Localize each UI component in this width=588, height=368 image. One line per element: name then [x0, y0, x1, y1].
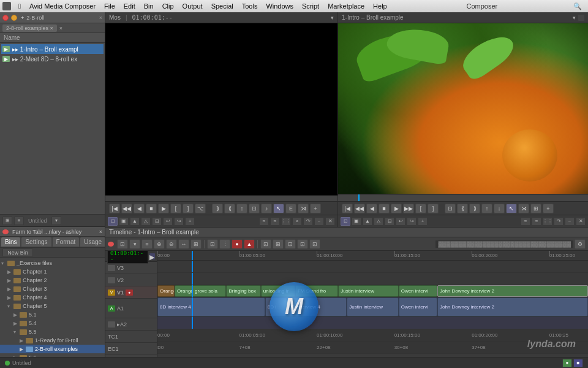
btn-rew[interactable]: ⟪	[224, 204, 235, 213]
tl-btn-zoom-in[interactable]: ⊕	[154, 239, 165, 249]
ctrl-b1[interactable]: ≈	[270, 217, 280, 226]
tl-btn-e[interactable]: ⊞	[273, 239, 284, 249]
ctrl-add-edit[interactable]: +	[185, 217, 195, 226]
rec-btn-r3[interactable]: ⟫	[469, 204, 480, 213]
menu-file[interactable]: File	[100, 2, 119, 10]
rec-btn-r1[interactable]: ⊡	[445, 204, 456, 213]
ctrl-splice[interactable]: ⊡	[108, 217, 118, 226]
rec-btn-r2[interactable]: ⟪	[457, 204, 468, 213]
rec-ctrl-5[interactable]: ⊟	[385, 217, 394, 226]
btn-cursor[interactable]: ↖	[273, 204, 284, 213]
btn-step-fwd[interactable]: [	[170, 204, 181, 213]
clip-8d-a1[interactable]: 8D interview 4	[157, 297, 265, 316]
clip-box[interactable]: Bringing box	[226, 285, 260, 297]
rec-btn-mark-out[interactable]: ]	[428, 204, 439, 213]
tl-btn-zoom-out[interactable]: ⊖	[166, 239, 177, 249]
tree-item-ready-broll[interactable]: ▶ 1-Ready for B-roll	[0, 336, 105, 345]
rec-ctrl-d[interactable]: ↷	[554, 217, 564, 226]
rec-ctrl-1[interactable]: ⊡	[341, 217, 350, 226]
btn-e[interactable]: E	[285, 204, 296, 213]
rec-btn-play[interactable]: ▶	[391, 204, 402, 213]
tree-item-ch3[interactable]: ▶ Chapter 3	[0, 285, 105, 293]
menu-help[interactable]: Help	[369, 2, 391, 10]
ctrl-minus[interactable]: −	[314, 217, 324, 226]
tl-close-btn[interactable]	[108, 242, 114, 247]
tree-item-ch1[interactable]: ▶ Chapter 1	[0, 267, 105, 276]
clip-grove[interactable]: Orange grove sola	[175, 285, 226, 297]
rec-btn-cursor[interactable]: ↖	[506, 204, 517, 213]
ctrl-fast-fwd[interactable]: »	[292, 217, 302, 226]
clip-owen-v1[interactable]: Owen intervi	[399, 285, 437, 297]
clip-justin-a1[interactable]: Justin interview	[347, 297, 398, 316]
rec-ctrl-2[interactable]: ▣	[352, 217, 361, 226]
btn-stop[interactable]: ■	[146, 204, 157, 213]
bin-tab-format[interactable]: Format	[53, 237, 80, 247]
clip-owen-a1[interactable]: Owen intervi	[399, 297, 437, 316]
btn-sync[interactable]: ↕	[236, 204, 247, 213]
search-icon[interactable]: 🔍	[573, 2, 582, 10]
rec-ctrl-undo[interactable]: ↩	[396, 217, 405, 226]
btn-play[interactable]: ▶	[158, 204, 169, 213]
btn-tc[interactable]: ⊡	[249, 204, 260, 213]
v1-rec[interactable]: ●	[126, 289, 133, 296]
rec-ctrl-minus[interactable]: −	[565, 217, 575, 226]
source-dropdown[interactable]: ▾	[331, 15, 334, 21]
rec-ctrl-add[interactable]: +	[418, 217, 428, 226]
file-item-2[interactable]: ▶ ▸▸ 2-Meet 8D – 8-roll ex	[1, 54, 104, 64]
rec-ctrl-exit[interactable]: ✕	[576, 217, 586, 226]
tl-btn-fit[interactable]: ↔	[178, 239, 189, 249]
source-scrubber[interactable]	[105, 195, 337, 201]
rec-ctrl-b[interactable]: ≈	[532, 217, 541, 226]
btn-vol[interactable]: ♪	[261, 204, 272, 213]
rec-btn-step-fwd2[interactable]: ▶▶	[403, 204, 414, 213]
rec-btn-slow-back[interactable]: ◀	[366, 204, 377, 213]
ctrl-slow-play[interactable]: ⋮⋮	[281, 217, 291, 226]
bin-tab-settings[interactable]: Settings	[21, 237, 51, 247]
rec-btn-mark-in[interactable]: [	[415, 204, 426, 213]
tl-btn-b[interactable]: ⋮	[219, 239, 230, 249]
bin-panel-menu[interactable]: ×	[99, 229, 102, 235]
menu-special[interactable]: Special	[208, 2, 237, 10]
btn-ff[interactable]: ⟫	[212, 204, 223, 213]
grid-btn[interactable]: ⊞	[2, 217, 12, 225]
tl-btn-d[interactable]: ⊡	[260, 239, 271, 249]
rec-ctrl-4[interactable]: △	[374, 217, 383, 226]
menu-script[interactable]: Script	[298, 2, 323, 10]
tl-btn-add-audio[interactable]: ●	[232, 239, 243, 249]
btn-play-back[interactable]: ◀	[134, 204, 145, 213]
status-btn1[interactable]: ●	[562, 359, 572, 367]
ctrl-mark-clip[interactable]: ⊟	[152, 217, 162, 226]
menu-windows[interactable]: Windows	[262, 2, 297, 10]
panel-x-btn[interactable]: ×	[59, 25, 62, 31]
new-bin-btn[interactable]: New Bin	[2, 248, 33, 257]
tl-btn-menu[interactable]: ≡	[141, 239, 153, 249]
rec-btn-r5[interactable]: ↓	[494, 204, 505, 213]
rec-btn-stop[interactable]: ■	[379, 204, 390, 213]
tl-scrollbar[interactable]: ▓▓▓▓▓▓▓▓▓▓▓▓▓▓▓▓▓▓▓▓▓▓▓▓▓▓▓▓▓▓▓▓▓	[435, 240, 573, 248]
tree-item-broll-ex[interactable]: ▶ 2-B-roll examples	[0, 345, 105, 353]
tree-item-51[interactable]: ▶ 5.1	[0, 310, 105, 319]
v1-enable[interactable]: V	[108, 289, 115, 296]
project-panel-close[interactable]: ×	[99, 15, 102, 21]
tree-item-ch5[interactable]: ▾ Chapter 5	[0, 302, 105, 310]
a1-enable[interactable]: A	[108, 305, 115, 312]
ctrl-2x[interactable]: ↷	[303, 217, 313, 226]
menu-apple[interactable]: 	[15, 2, 24, 10]
record-scrubber[interactable]	[338, 194, 588, 201]
tl-btn-1[interactable]: ⊡	[117, 239, 128, 249]
tl-btn-g[interactable]: ⊡	[297, 239, 308, 249]
tree-item-root[interactable]: ▾ _Exercise files	[0, 259, 105, 267]
ctrl-undo[interactable]: ↩	[163, 217, 173, 226]
menu-marketplace[interactable]: Marketplace	[324, 2, 368, 10]
tl-btn-f[interactable]: ⊡	[285, 239, 296, 249]
tl-btn-snap[interactable]: ⊞	[190, 239, 202, 249]
tl-btn-2[interactable]: ▾	[129, 239, 140, 249]
ctrl-lift[interactable]: ▲	[130, 217, 140, 226]
tl-btn-h[interactable]: ⊡	[309, 239, 320, 249]
menu-tools[interactable]: Tools	[238, 2, 262, 10]
rec-ctrl-redo[interactable]: ↪	[407, 217, 417, 226]
ctrl-extract[interactable]: △	[141, 217, 151, 226]
tree-item-ch4[interactable]: ▶ Chapter 4	[0, 293, 105, 302]
rec-ctrl-3[interactable]: ▲	[363, 217, 372, 226]
menu-clip[interactable]: Clip	[159, 2, 178, 10]
